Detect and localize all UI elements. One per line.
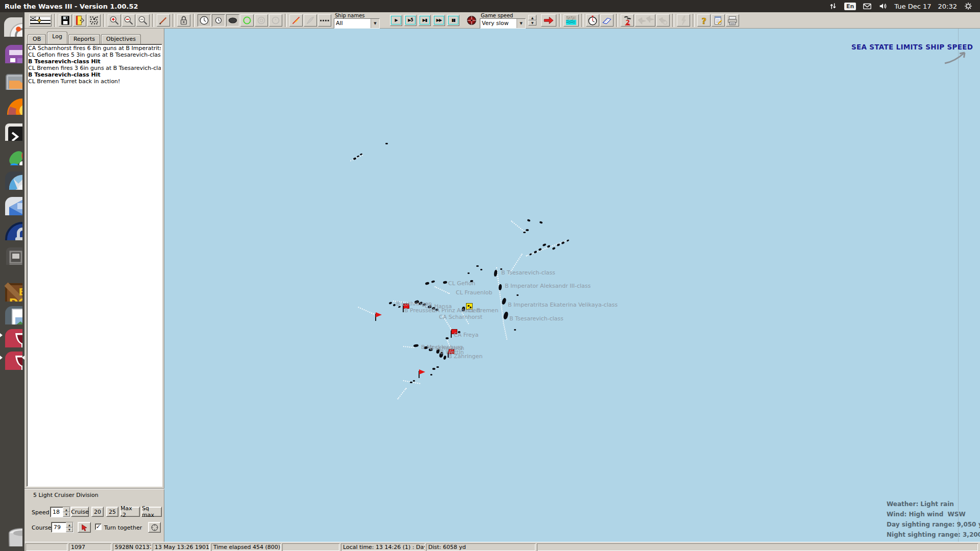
ship-contact[interactable]	[393, 304, 396, 306]
network-arrows-icon[interactable]	[828, 2, 838, 11]
game-speed-dropdown[interactable]: Very slow ▼	[480, 18, 526, 29]
ship-contact[interactable]	[533, 251, 537, 254]
ship-contact[interactable]	[523, 232, 526, 233]
mail-icon[interactable]	[863, 2, 872, 11]
speed-spinner[interactable]: 18 ▲▼	[50, 507, 70, 517]
tab-reports[interactable]: Reports	[68, 34, 100, 44]
speed-preset-20[interactable]: 20	[91, 507, 104, 517]
keyboard-layout-indicator[interactable]: En	[844, 3, 856, 10]
ship-contact[interactable]	[432, 368, 435, 370]
spin-up-icon[interactable]: ▲	[66, 522, 73, 528]
ship-contact[interactable]	[542, 243, 546, 247]
zoom-reset-button[interactable]	[136, 14, 150, 27]
log-listbox[interactable]: CA Scharnhorst fires 6 8in guns at B Imp…	[27, 44, 162, 487]
zoom-in-button[interactable]	[108, 14, 121, 27]
volume-icon[interactable]	[878, 2, 888, 11]
tab-objectives[interactable]: Objectives	[101, 34, 141, 44]
ship-contact[interactable]	[443, 355, 447, 360]
launcher-playonlinux[interactable]	[2, 143, 22, 165]
launcher-archive[interactable]	[2, 67, 22, 90]
ship-contact[interactable]	[498, 284, 502, 290]
speed-preset-max--2[interactable]: Max -2	[120, 507, 140, 517]
battle-map[interactable]: SEA STATE LIMITS SHIP SPEED Weather: Lig…	[164, 29, 980, 542]
tab-log[interactable]: Log	[47, 32, 67, 44]
chevron-down-icon[interactable]: ▼	[517, 19, 525, 28]
ship-contact[interactable]	[501, 297, 507, 305]
aircraft-button[interactable]	[635, 14, 655, 27]
launcher-wine[interactable]	[2, 325, 22, 347]
gray-ring2-button[interactable]	[269, 14, 282, 27]
set-course-button[interactable]	[78, 522, 91, 533]
nation-flag-button[interactable]	[29, 14, 52, 27]
sea-state-button[interactable]	[564, 14, 579, 27]
division-2-button[interactable]: 2	[621, 14, 634, 27]
ship-contact[interactable]	[561, 241, 565, 244]
ship-contact[interactable]	[552, 247, 555, 250]
ship-contact[interactable]	[476, 265, 479, 267]
aircraft-recall-button[interactable]	[656, 14, 670, 27]
ship-contact[interactable]	[388, 302, 392, 305]
encyclopedia-button[interactable]	[87, 14, 101, 27]
launcher-virtualbox[interactable]	[2, 193, 22, 215]
pause-button[interactable]: ▮▮	[447, 15, 459, 26]
range-marks-button[interactable]	[318, 14, 331, 27]
gear-icon[interactable]	[964, 2, 973, 11]
exit-button[interactable]	[73, 14, 86, 27]
ship-contact[interactable]	[547, 245, 550, 248]
spin-down-icon[interactable]: ▼	[528, 20, 536, 26]
speed-preset-25[interactable]: 25	[106, 507, 118, 517]
splash-marker-button[interactable]	[289, 14, 303, 27]
zoom-out-button[interactable]	[122, 14, 135, 27]
compass-button[interactable]	[148, 522, 161, 533]
launcher-workspaces[interactable]	[2, 242, 22, 265]
ship-contact[interactable]	[503, 311, 509, 320]
ship-contact[interactable]	[527, 219, 531, 221]
turn-together-checkbox[interactable]: ✓	[95, 523, 102, 530]
play-step-button[interactable]: ▶▮	[419, 15, 431, 26]
spin-up-icon[interactable]: ▲	[63, 507, 70, 512]
trash[interactable]	[2, 524, 22, 546]
launcher-shutter[interactable]	[2, 167, 22, 190]
print-button[interactable]	[726, 14, 739, 27]
launcher-ubuntu[interactable]	[2, 14, 22, 37]
plot-course-button[interactable]	[157, 14, 170, 27]
launcher-keepass[interactable]	[2, 218, 22, 240]
ship-names-dropdown[interactable]: All ▼	[334, 18, 380, 29]
ship-contact[interactable]	[436, 366, 439, 368]
save-button[interactable]	[59, 14, 72, 27]
ship-contact[interactable]	[517, 294, 519, 296]
gray-ring-button[interactable]	[255, 14, 268, 27]
ship-contact[interactable]	[480, 269, 482, 270]
play-button[interactable]: ▶	[390, 15, 402, 26]
launcher-terminal[interactable]	[2, 118, 22, 141]
course-spinner[interactable]: 79 ▲▼	[51, 522, 74, 533]
lightning-button[interactable]	[677, 14, 690, 27]
ship-contact[interactable]	[430, 374, 432, 375]
ship-contact[interactable]	[413, 344, 419, 347]
battle-report-button[interactable]	[712, 14, 725, 27]
spin-up-icon[interactable]: ▲	[528, 15, 536, 20]
ship-contact[interactable]	[413, 380, 415, 382]
ship-contact[interactable]	[526, 229, 529, 231]
clock-date[interactable]: Tue Dec 17	[894, 3, 931, 10]
signal-book-button[interactable]	[600, 14, 614, 27]
small-clock-button[interactable]	[212, 14, 225, 27]
ship-contact[interactable]	[567, 239, 570, 242]
counter-button[interactable]	[226, 14, 239, 27]
ship-contact[interactable]	[556, 243, 560, 246]
launcher-dosbox[interactable]: BDOSX	[2, 279, 22, 302]
ship-contact[interactable]	[385, 143, 388, 144]
torpedo-track-button[interactable]	[304, 14, 317, 27]
ship-contact[interactable]	[425, 282, 429, 285]
game-speed-spinner[interactable]: ▲▼	[528, 15, 536, 26]
spin-down-icon[interactable]: ▼	[66, 528, 73, 533]
ship-contact[interactable]	[431, 280, 435, 283]
ship-contact[interactable]	[446, 337, 449, 339]
ship-contact[interactable]	[443, 281, 448, 284]
ship-contact[interactable]	[353, 157, 356, 160]
ship-contact[interactable]	[410, 382, 412, 383]
launcher-wine-2[interactable]	[2, 347, 22, 370]
play-5-button[interactable]: ▶5	[404, 15, 416, 26]
launcher-firefox[interactable]	[2, 92, 22, 115]
ship-contact[interactable]	[514, 329, 516, 331]
